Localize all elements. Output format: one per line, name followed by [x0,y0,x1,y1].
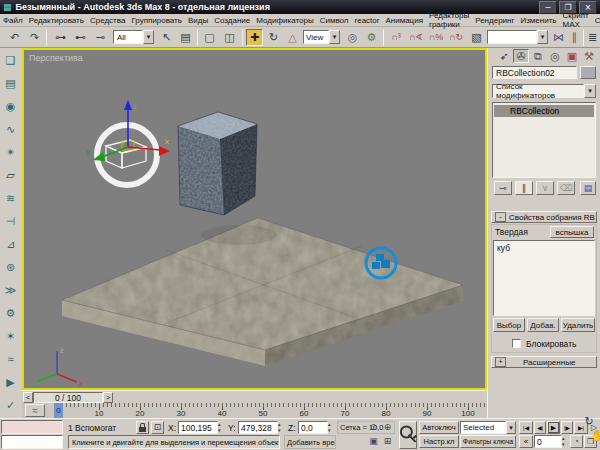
z-coordinate-field[interactable]: 0,0 [298,421,328,434]
menu-views[interactable]: Виды [185,16,211,25]
snap-percent-icon[interactable]: ∩% [427,29,445,46]
selection-set-dropdown[interactable]: Selected [460,421,506,434]
tab-display[interactable]: ▣ [564,49,580,63]
menu-animation[interactable]: Анимация [382,16,426,25]
zoom-extents-all-icon[interactable]: ⊞ [381,435,394,448]
named-selection-arrow-icon[interactable]: ▾ [537,30,548,44]
x-coordinate-field[interactable]: 100,195 [178,421,218,434]
viewport-label[interactable]: Перспектива [29,53,83,63]
menu-reactor[interactable]: reactor [352,16,383,25]
tab-create[interactable]: ➶ [496,49,512,63]
time-configuration-button[interactable]: ◔ [570,435,583,448]
select-move-icon[interactable]: ✚ [246,29,263,46]
window-crossing-icon[interactable]: ◫ [221,29,238,46]
minimize-button[interactable]: – [539,1,557,14]
modifier-stack-item[interactable]: RBCollection [494,105,594,117]
snap-spinner-icon[interactable]: ∩↻ [447,29,465,46]
y-spinner[interactable]: ▴▾ [278,421,281,434]
rope-collection-icon[interactable]: ∿ [2,121,19,138]
object-name-field[interactable]: RBCollection02 [492,66,577,79]
highlight-button[interactable]: вспышка [550,226,594,238]
maxscript-listener-pink[interactable] [1,420,63,434]
selection-filter-arrow-icon[interactable]: ▾ [143,30,154,44]
analyze-world-icon[interactable]: ✓ [2,397,19,414]
time-slider[interactable]: < 0 / 100 > [22,390,487,403]
cloth-collection-icon[interactable]: ▤ [2,75,19,92]
select-object-icon[interactable]: ↖ [158,29,175,46]
track-bar[interactable]: ≈ 0 10 20 30 40 50 60 70 80 90 100 0 [22,403,487,418]
ground-plane[interactable] [62,218,463,366]
undo-icon[interactable]: ↶ [6,29,23,46]
go-to-start-button[interactable]: |◀ [519,421,533,434]
named-selection-dropdown[interactable] [487,30,537,44]
set-key-big-button[interactable] [399,421,417,449]
absolute-offset-toggle[interactable]: ⊡ [151,421,164,434]
set-key-mode-button[interactable]: Настр.кл [419,435,459,448]
tab-modify[interactable]: ✇ [513,49,529,63]
align-icon[interactable]: ∥ [567,29,582,46]
selection-region-icon[interactable]: ▢ [201,29,218,46]
ref-coord-arrow-icon[interactable]: ▾ [329,30,340,44]
preview-animation-icon[interactable]: ▶ [2,374,19,391]
cube-object[interactable] [178,112,258,216]
link-icon[interactable]: ⊶ [52,29,69,46]
frame-spinner[interactable]: ▴▾ [562,435,565,448]
remove-modifier-button[interactable]: ⌫ [557,181,575,195]
disable-checkbox[interactable] [512,339,521,348]
zoom-extents-icon[interactable]: ▣ [367,435,380,448]
y-coordinate-field[interactable]: 479,328 [238,421,278,434]
water-icon[interactable]: ≈ [2,351,19,368]
rollout-rb-properties-header[interactable]: - Свойства собрания RB [491,211,597,223]
select-scale-icon[interactable]: △ [284,29,301,46]
redo-icon[interactable]: ↷ [26,29,43,46]
modifier-stack[interactable]: RBCollection [492,102,596,178]
mini-curve-editor-button[interactable]: ≈ [25,404,45,417]
angular-dashpot-icon[interactable]: ⊿ [2,236,19,253]
delete-button[interactable]: Удалить [561,318,595,332]
zoom-icon[interactable]: ⊙ [367,421,380,434]
menu-group[interactable]: Группировать [128,16,185,25]
next-frame-button[interactable]: |▶ [561,421,573,434]
menu-modifiers[interactable]: Модификаторы [253,16,316,25]
configure-modifier-sets-button[interactable]: ▤ [580,181,596,195]
add-time-tag[interactable]: Добавить времен [284,435,336,449]
ref-coord-dropdown[interactable]: View [303,30,329,44]
current-frame-marker[interactable]: 0 [54,403,63,418]
named-selection-sets-icon[interactable]: ▧ [468,29,485,46]
modifier-list-arrow-icon[interactable]: ▾ [584,84,596,98]
show-end-result-button[interactable]: ∥ [515,181,533,195]
frame-number-field[interactable]: 0 [534,435,562,448]
x-spinner[interactable]: ▴▾ [218,421,221,434]
zoom-all-icon[interactable]: ⊕ [381,421,394,434]
deforming-mesh-icon[interactable]: ✴ [2,144,19,161]
use-center-icon[interactable]: ◎ [344,29,361,46]
object-color-swatch[interactable] [580,66,596,79]
toy-car-icon[interactable]: ⚙ [2,305,19,322]
auto-key-button[interactable]: Автоключ [419,421,459,434]
viewport-canvas[interactable]: z x y z x y Перспектива [24,50,485,388]
play-button[interactable]: ▶ [547,421,560,434]
plane-icon[interactable]: ▱ [2,167,19,184]
key-mode-toggle-button[interactable]: « [519,435,533,448]
menu-tools[interactable]: Средства [87,16,128,25]
linear-dashpot-icon[interactable]: ⊣ [2,213,19,230]
menu-file[interactable]: Файл [0,16,26,25]
motor-icon[interactable]: ⊛ [2,259,19,276]
menu-create[interactable]: Создание [211,16,253,25]
make-unique-button[interactable]: ∨ [536,181,554,195]
select-by-name-icon[interactable]: ▤ [177,29,194,46]
bind-to-spacewarp-icon[interactable]: ⊸ [92,29,109,46]
selection-filter-dropdown[interactable]: All [113,30,143,44]
tab-hierarchy[interactable]: ⧉ [530,49,546,63]
rigid-body-collection-icon[interactable]: ❑ [2,52,19,69]
menu-customize[interactable]: Изменить [517,16,559,25]
unlink-icon[interactable]: ⊷ [72,29,89,46]
rigid-bodies-list[interactable]: куб [493,240,595,316]
rollout-advanced-header[interactable]: + Расширенные [491,356,597,368]
z-spinner[interactable]: ▴▾ [328,421,331,434]
select-rotate-icon[interactable]: ↻ [265,29,282,46]
viewport-perspective[interactable]: z x y z x y Перспектива [22,48,487,390]
time-slider-prev-button[interactable]: < [23,392,33,403]
snap-3d-icon[interactable]: ∩³ [387,29,405,46]
wind-icon[interactable]: ≫ [2,282,19,299]
